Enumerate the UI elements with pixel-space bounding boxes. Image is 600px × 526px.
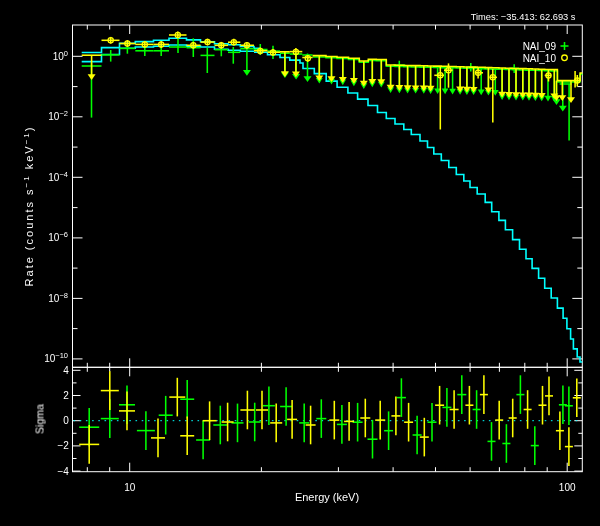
svg-text:NAI_09: NAI_09 — [523, 41, 557, 52]
svg-text:Rate (counts s−1 keV−1): Rate (counts s−1 keV−1) — [22, 126, 35, 287]
svg-text:0: 0 — [63, 415, 69, 426]
svg-text:−4: −4 — [57, 466, 69, 477]
svg-text:Sigma: Sigma — [34, 404, 46, 434]
svg-text:100: 100 — [559, 482, 576, 493]
svg-text:NAI_10: NAI_10 — [523, 53, 557, 64]
svg-text:Times: −35.413: 62.693 s: Times: −35.413: 62.693 s — [471, 12, 576, 22]
svg-text:10: 10 — [124, 482, 136, 493]
svg-text:2: 2 — [63, 390, 69, 401]
svg-text:4: 4 — [63, 365, 69, 376]
svg-text:Energy (keV): Energy (keV) — [295, 491, 359, 503]
svg-text:−2: −2 — [57, 440, 69, 451]
